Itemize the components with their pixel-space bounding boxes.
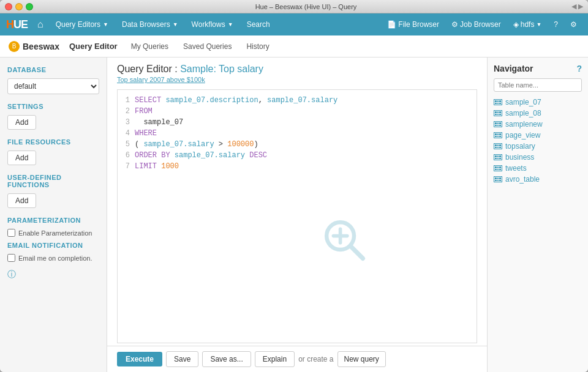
main-layout: DATABASE default SETTINGS Add FILE RESOU…	[0, 58, 588, 372]
brand: B Beeswax	[9, 41, 59, 52]
table-icon	[494, 143, 502, 149]
query-editors-menu[interactable]: Query Editors ▼	[50, 18, 115, 31]
database-select[interactable]: default	[7, 78, 99, 94]
my-queries-tab[interactable]: My Queries	[125, 40, 175, 53]
job-browser-link[interactable]: ⚙ Job Browser	[447, 18, 506, 31]
nav-arrows: ◀ ▶	[571, 2, 583, 10]
query-subtitle[interactable]: Top salary 2007 above $100k	[117, 76, 477, 83]
table-icon	[494, 121, 502, 127]
app-logo[interactable]: HUE	[6, 18, 28, 31]
main-navbar: HUE ⌂ Query Editors ▼ Data Browsers ▼ Wo…	[0, 13, 588, 35]
parameterization-checkbox-row: Enable Parameterization	[7, 229, 99, 237]
udf-add-button[interactable]: Add	[7, 193, 36, 208]
save-button[interactable]: Save	[166, 351, 198, 367]
hdfs-menu[interactable]: ◈ hdfs ▼	[508, 18, 547, 31]
brand-name: Beeswax	[23, 42, 59, 51]
query-title: Query Editor : Sample: Top salary	[117, 64, 477, 75]
home-button[interactable]: ⌂	[32, 17, 48, 32]
navigator-search-input[interactable]	[494, 78, 582, 92]
code-line-2: 2 FROM	[120, 106, 472, 117]
maximize-button[interactable]	[26, 3, 33, 10]
code-line-3: 3 sample_07	[120, 117, 472, 128]
hdfs-icon: ◈	[513, 20, 519, 29]
parameterization-section-title: PARAMETERIZATION	[7, 217, 99, 224]
code-line-6: 6 ORDER BY sample_07.salary DESC	[120, 150, 472, 161]
navigator-table-item[interactable]: samplenew	[494, 119, 582, 130]
udf-section-title: USER-DEFINED FUNCTIONS	[7, 174, 99, 188]
execute-button[interactable]: Execute	[117, 352, 162, 366]
file-resources-add-button[interactable]: Add	[7, 151, 36, 165]
titlebar: Hue – Beeswax (Hive UI) – Query ◀ ▶	[0, 0, 588, 13]
data-browsers-menu[interactable]: Data Browsers ▼	[116, 18, 184, 31]
navigator-table-item[interactable]: sample_07	[494, 97, 582, 108]
explain-button[interactable]: Explain	[255, 351, 295, 367]
help-button[interactable]: ?	[549, 18, 563, 31]
file-icon: 📄	[387, 20, 396, 29]
table-name: business	[505, 153, 534, 162]
minimize-button[interactable]	[15, 3, 23, 10]
hdfs-caret: ▼	[536, 21, 541, 28]
search-link[interactable]: Search	[241, 18, 276, 31]
app-window: Hue – Beeswax (Hive UI) – Query ◀ ▶ HUE …	[0, 0, 588, 372]
code-editor[interactable]: 1 SELECT sample_07.description, sample_0…	[117, 89, 477, 343]
content-area: Query Editor : Sample: Top salary Top sa…	[107, 58, 487, 372]
table-name: avro_table	[505, 175, 540, 184]
navigator-table-item[interactable]: page_view	[494, 130, 582, 141]
email-section-title: EMAIL NOTIFICATION	[7, 242, 99, 249]
sidebar-info-icon[interactable]: ⓘ	[7, 269, 16, 279]
sidebar: DATABASE default SETTINGS Add FILE RESOU…	[0, 58, 107, 372]
table-icon	[494, 132, 502, 138]
active-tab-label: Query Editor	[69, 42, 118, 51]
brand-icon: B	[9, 41, 20, 52]
workflows-menu[interactable]: Workflows ▼	[186, 18, 239, 31]
navigator-table-item[interactable]: sample_08	[494, 108, 582, 119]
navigator-table-item[interactable]: tweets	[494, 163, 582, 174]
table-icon	[494, 154, 502, 160]
query-editors-caret: ▼	[103, 21, 108, 28]
query-header: Query Editor : Sample: Top salary Top sa…	[107, 58, 487, 87]
code-line-7: 7 LIMIT 1000	[120, 161, 472, 172]
table-name: topsalary	[505, 142, 535, 151]
navigator-table-item[interactable]: topsalary	[494, 141, 582, 152]
email-label: Email me on completion.	[18, 255, 92, 262]
code-content: 1 SELECT sample_07.description, sample_0…	[118, 90, 477, 343]
table-name: sample_07	[505, 98, 541, 106]
saved-queries-tab[interactable]: Saved Queries	[177, 40, 238, 53]
table-name: page_view	[505, 131, 540, 140]
settings-section-title: SETTINGS	[7, 103, 99, 110]
file-resources-section-title: FILE RESOURCES	[7, 138, 99, 146]
navigator-table-item[interactable]: business	[494, 152, 582, 163]
table-name: sample_08	[505, 109, 541, 117]
table-icon	[494, 110, 502, 116]
table-name: tweets	[505, 164, 527, 173]
navigator-header: Navigator ?	[494, 64, 582, 73]
parameterization-label: Enable Parameterization	[18, 229, 92, 237]
close-button[interactable]	[5, 3, 12, 10]
query-title-link[interactable]: Sample: Top salary	[180, 64, 263, 74]
table-name: samplenew	[505, 120, 543, 128]
data-browsers-caret: ▼	[173, 21, 178, 28]
workflows-caret: ▼	[228, 21, 233, 28]
navbar-right: 📄 File Browser ⚙ Job Browser ◈ hdfs ▼ ? …	[382, 18, 582, 31]
job-icon: ⚙	[451, 20, 458, 29]
window-controls	[5, 3, 33, 10]
navigator-info-icon[interactable]: ?	[576, 64, 582, 73]
database-section-title: DATABASE	[7, 66, 99, 73]
settings-button[interactable]: ⚙	[565, 18, 582, 31]
code-line-5: 5 ( sample_07.salary > 100000)	[120, 139, 472, 150]
settings-add-button[interactable]: Add	[7, 115, 36, 130]
navigator-panel: Navigator ? sample_07 sample_08 samplene…	[487, 58, 588, 372]
table-icon	[494, 176, 502, 182]
new-query-button[interactable]: New query	[337, 351, 386, 367]
save-as-button[interactable]: Save as...	[202, 351, 251, 367]
parameterization-checkbox[interactable]	[7, 229, 15, 237]
table-icon	[494, 165, 502, 171]
table-icon	[494, 99, 502, 105]
navigator-tables-list: sample_07 sample_08 samplenew page_view	[494, 97, 582, 185]
code-line-1: 1 SELECT sample_07.description, sample_0…	[120, 95, 472, 106]
navigator-table-item[interactable]: avro_table	[494, 174, 582, 185]
window-title: Hue – Beeswax (Hive UI) – Query	[40, 3, 571, 10]
history-tab[interactable]: History	[240, 40, 275, 53]
email-checkbox[interactable]	[7, 254, 15, 262]
file-browser-link[interactable]: 📄 File Browser	[382, 18, 444, 31]
